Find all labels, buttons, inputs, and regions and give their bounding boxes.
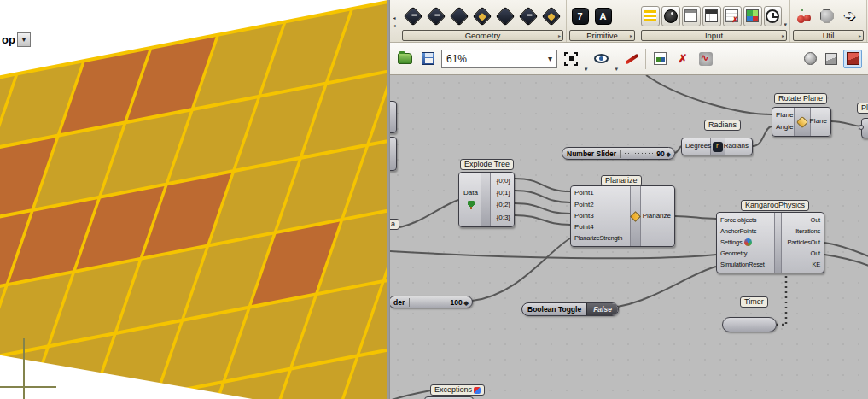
panel-icon[interactable] [702,6,721,26]
kangaroo-tag[interactable]: KangarooPhysics [741,200,809,211]
input-point3[interactable]: Point3 [574,212,594,221]
zoom-select[interactable]: 61% [441,50,557,68]
geometry-icon-1[interactable] [402,5,423,26]
geometry-icon-4[interactable] [471,5,492,26]
exceptions-tag[interactable]: Exceptions [430,384,485,396]
tab-primitive[interactable]: Primitive [569,30,635,41]
rotate-plane-tag[interactable]: Rotate Plane [774,93,827,104]
input-degrees[interactable]: Degrees [685,142,711,151]
cherry-picker-icon[interactable] [793,5,814,26]
custom-preview-icon[interactable] [843,50,862,68]
explode-tree-icon [467,201,475,210]
save-file-icon[interactable] [418,50,437,68]
kangaroo-component[interactable]: Force objects AnchorPoints Settings Geom… [716,212,824,273]
disable-solver-icon[interactable]: ✗ [673,50,692,68]
output-branch-1[interactable]: {0;1} [497,189,510,198]
output-planarize[interactable]: Planarize [643,212,671,221]
preview-caret-icon[interactable]: ▾ [615,66,619,73]
partial-component-left-2[interactable] [390,137,397,171]
primitive-icon-a[interactable]: A [592,5,614,26]
wireframe-preview-icon[interactable] [801,50,819,68]
output-branch-0[interactable]: {0;0} [497,177,510,186]
sketch-brush-icon[interactable] [622,50,641,68]
timer-component[interactable] [722,317,777,332]
window-divider[interactable] [387,0,389,399]
number-slider[interactable]: Number Slider 90 [562,147,675,160]
slider-track[interactable] [625,153,653,154]
output-branch-2[interactable]: {0;2} [497,201,510,210]
wire-slider-radians [675,146,681,153]
cluster-icon[interactable] [816,5,837,26]
geometry-icon-7[interactable] [540,5,562,26]
input-settings[interactable]: Settings [720,238,752,247]
slider-value[interactable]: 90 [656,150,674,158]
gh-canvas[interactable]: a Explode Tree Data {0;0} {0;1} {0;2} {0… [390,75,868,399]
output-radians[interactable]: Radians [724,142,749,151]
viewport-menu-caret-icon[interactable] [17,32,31,47]
partial-right-tag[interactable]: Pl [857,103,868,114]
partial-number-slider[interactable]: der 100 [390,296,473,308]
explode-tree-tag[interactable]: Explode Tree [460,159,514,170]
shaded-preview-icon[interactable] [822,50,841,68]
input-simulationreset[interactable]: SimulationReset [720,261,765,269]
clock-icon[interactable] [764,6,783,26]
input-angle[interactable]: Angle [776,123,793,132]
geometry-icon-3[interactable] [448,5,469,26]
knob-icon[interactable] [661,6,680,26]
planarize-tag[interactable]: Planarize [601,175,642,186]
rhino-viewport[interactable]: op [0,0,388,399]
tab-input[interactable]: Input [641,30,787,41]
toggle-state[interactable]: False [586,303,618,315]
relay-arrow-icon[interactable]: ➔ [839,5,860,26]
partial-slider-value[interactable]: 100 [450,298,472,307]
tab-geometry[interactable]: Geometry [402,30,563,41]
preview-eye-icon[interactable] [592,50,611,68]
output-iterations[interactable]: Iterations [795,227,820,236]
partial-component-left-1[interactable] [390,101,397,133]
input-planarizestrength[interactable]: PlanarizeStrength [574,234,622,243]
output-out-2[interactable]: Out [811,249,821,258]
output-plane[interactable]: Plane [810,117,827,126]
partial-left-tag[interactable]: a [390,219,399,230]
open-file-icon[interactable] [395,50,414,68]
radians-tag[interactable]: Radians [704,120,741,131]
item-picker-icon[interactable] [723,6,742,26]
input-plane[interactable]: Plane [776,111,793,120]
output-branch-3[interactable]: {0;3} [497,214,510,223]
value-list-icon[interactable] [682,6,701,26]
partial-slider-track[interactable] [413,302,446,302]
output-out-1[interactable]: Out [811,216,821,225]
primitive-icon-7[interactable]: 7 [569,5,591,26]
tab-util[interactable]: Util [793,30,864,41]
colour-swatch-icon[interactable] [743,6,762,26]
zoom-extents-icon[interactable] [562,50,580,68]
input-point2[interactable]: Point2 [574,201,594,210]
toolbar-scroll-left[interactable]: ◂◂ [390,0,399,42]
input-overflow-caret-icon[interactable]: ▾ [784,21,787,28]
zoom-extents-caret-icon[interactable]: ▾ [585,66,588,73]
input-anchorpoints[interactable]: AnchorPoints [720,227,756,236]
canvas-image-icon[interactable] [650,50,669,68]
rotate-plane-component[interactable]: Plane Angle Plane [772,107,831,137]
cplane-axis-x [0,386,56,388]
planarize-component[interactable]: Point1 Point2 Point3 Point4 PlanarizeStr… [570,185,675,247]
geometry-icon-2[interactable] [425,5,446,26]
boolean-toggle[interactable]: Boolean Toggle False [521,302,619,316]
output-ke[interactable]: KE [812,261,820,269]
slider-icon[interactable] [641,6,660,26]
input-force-objects[interactable]: Force objects [720,216,756,225]
geometry-icon-6[interactable] [517,5,539,26]
input-point4[interactable]: Point4 [574,223,594,232]
radians-component[interactable]: Degrees Radians [681,138,753,155]
mesh-cell [262,11,350,94]
timer-tag[interactable]: Timer [740,296,768,308]
input-data[interactable]: Data [463,189,478,198]
output-particlesout[interactable]: ParticlesOut [788,238,820,247]
explode-tree-component[interactable]: Data {0;0} {0;1} {0;2} {0;3} [458,172,515,227]
viewport-title[interactable]: op [2,32,31,47]
input-geometry[interactable]: Geometry [720,249,747,258]
partial-right-nub[interactable] [859,125,864,130]
geometry-icon-5[interactable] [494,5,516,26]
script-icon[interactable] [696,50,715,68]
input-point1[interactable]: Point1 [574,189,594,198]
